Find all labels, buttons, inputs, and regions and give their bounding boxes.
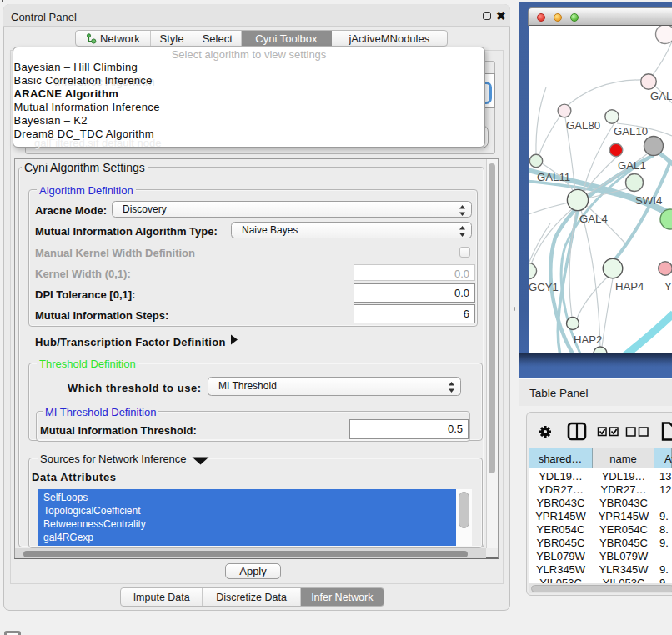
svg-text:HAP2: HAP2 <box>574 333 602 346</box>
svg-text:HAP4: HAP4 <box>615 280 644 292</box>
svg-text:GAL11: GAL11 <box>537 171 570 183</box>
svg-text:SWI4: SWI4 <box>635 194 662 207</box>
svg-text:GAL80: GAL80 <box>566 119 600 132</box>
svg-text:YMR: YMR <box>664 280 672 292</box>
svg-text:GAL1: GAL1 <box>618 159 646 172</box>
svg-text:GAL10: GAL10 <box>614 125 648 138</box>
svg-text:GCY1: GCY1 <box>529 281 559 293</box>
svg-text:GAL4: GAL4 <box>579 212 608 225</box>
svg-text:GAL7: GAL7 <box>650 90 672 102</box>
